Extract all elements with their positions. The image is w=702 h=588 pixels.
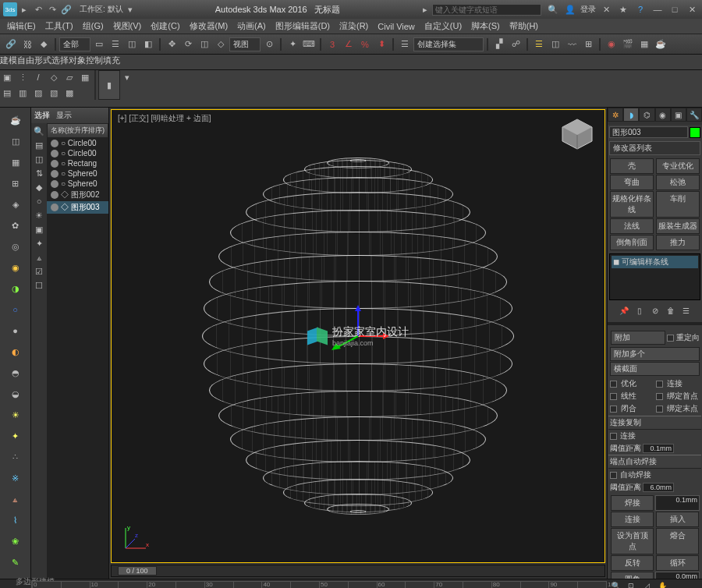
modify-tab-icon[interactable]: ◗ bbox=[623, 108, 639, 122]
tool-icon-9[interactable]: ○ bbox=[6, 300, 25, 319]
se-all-icon[interactable]: ☑ bbox=[33, 265, 45, 278]
layer-icon[interactable]: ☰ bbox=[531, 37, 547, 52]
unique-icon[interactable]: ⊘ bbox=[648, 303, 662, 317]
menu-edit[interactable]: 编辑(E) bbox=[5, 19, 38, 33]
teapot-icon[interactable]: ☕ bbox=[6, 111, 25, 129]
se-shape-icon[interactable]: ○ bbox=[33, 195, 45, 207]
select-link-icon[interactable]: 🔗 bbox=[3, 37, 19, 52]
scene-sort-header[interactable]: 名称(按升序排序) bbox=[47, 123, 108, 138]
favorite-icon[interactable]: ★ bbox=[616, 2, 630, 16]
se-none-icon[interactable]: ☐ bbox=[33, 279, 45, 292]
threshold2-spinner[interactable]: 6.0mm bbox=[643, 483, 674, 492]
named-sel-dropdown[interactable]: 创建选择集 bbox=[413, 37, 484, 51]
vp-zoomall-icon[interactable]: ⊡ bbox=[624, 579, 638, 589]
spot-icon[interactable]: ✦ bbox=[6, 427, 25, 445]
chevron-down-icon[interactable]: ▾ bbox=[123, 2, 137, 16]
menu-animation[interactable]: 动画(A) bbox=[235, 19, 268, 33]
infocenter-icon[interactable]: 🔍 bbox=[546, 2, 560, 16]
mod-shell[interactable]: 壳 bbox=[610, 158, 654, 174]
se-filter-icon[interactable]: ▤ bbox=[33, 139, 45, 151]
se-bone-icon[interactable]: ⟁ bbox=[33, 251, 45, 264]
poly-mode-icon[interactable]: ▣ bbox=[0, 70, 14, 84]
viewcube[interactable] bbox=[558, 116, 597, 151]
scene-item[interactable]: ◇ 图形002 bbox=[47, 189, 108, 201]
cross-section-button[interactable]: 横截面 bbox=[610, 362, 700, 376]
time-slider[interactable]: 0 / 100 bbox=[111, 565, 605, 577]
polygon-mode-icon[interactable]: ▱ bbox=[62, 70, 76, 84]
workspace-dropdown[interactable]: 工作区: 默认 bbox=[80, 4, 123, 15]
render-icon[interactable]: ☕ bbox=[653, 37, 668, 52]
angle-snap-icon[interactable]: ∠ bbox=[341, 37, 356, 52]
tool-icon-13[interactable]: ◒ bbox=[6, 384, 25, 403]
tool-icon-7[interactable]: ◉ bbox=[6, 258, 25, 277]
cycle-button[interactable]: 循环 bbox=[656, 555, 699, 571]
material-icon[interactable]: ◉ bbox=[604, 37, 619, 52]
tool-icon-12[interactable]: ◓ bbox=[6, 363, 25, 382]
menu-modifiers[interactable]: 修改器(M) bbox=[187, 19, 231, 33]
scene-item[interactable]: ○ Rectang bbox=[47, 158, 108, 168]
scene-item[interactable]: ◇ 图形003 bbox=[47, 201, 108, 214]
object-color-swatch[interactable] bbox=[690, 127, 700, 138]
ref-coord-dropdown[interactable]: 视图 bbox=[229, 37, 261, 51]
optimize-check[interactable] bbox=[610, 381, 617, 388]
move-icon[interactable]: ✥ bbox=[164, 37, 179, 52]
manipulate-icon[interactable]: ✦ bbox=[285, 37, 300, 52]
select-name-icon[interactable]: ☰ bbox=[108, 37, 123, 52]
mod-push[interactable]: 推力 bbox=[656, 235, 700, 250]
reorient-check[interactable] bbox=[667, 335, 674, 342]
modifier-list-dropdown[interactable]: 修改器列表 bbox=[609, 141, 700, 155]
se-cam-icon[interactable]: ▣ bbox=[33, 223, 45, 236]
gen-topo4-icon[interactable]: ▧ bbox=[47, 86, 61, 100]
connect2-check[interactable] bbox=[610, 433, 617, 440]
link-icon[interactable]: 🔗 bbox=[59, 2, 73, 16]
gen-topo3-icon[interactable]: ▨ bbox=[31, 86, 45, 100]
bindlast-check[interactable] bbox=[656, 406, 663, 413]
edge-mode-icon[interactable]: / bbox=[31, 70, 45, 84]
gen-topo2-icon[interactable]: ▥ bbox=[16, 86, 30, 100]
utility-tab-icon[interactable]: 🔧 bbox=[686, 108, 702, 122]
display-tab-icon[interactable]: ▣ bbox=[671, 108, 686, 122]
gen-topo5-icon[interactable]: ▩ bbox=[62, 86, 76, 100]
hierarchy-tab-icon[interactable]: ⌬ bbox=[639, 108, 654, 122]
user-icon[interactable]: 👤 bbox=[563, 2, 577, 16]
scene-item[interactable]: ○ Circle00 bbox=[47, 138, 108, 148]
mod-relax[interactable]: 松弛 bbox=[656, 175, 700, 190]
select-icon[interactable]: ▭ bbox=[91, 37, 107, 52]
element-mode-icon[interactable]: ▦ bbox=[78, 70, 92, 84]
create-tab-icon[interactable]: ✲ bbox=[608, 108, 623, 122]
se-geo-icon[interactable]: ◆ bbox=[33, 181, 45, 193]
snap-toggle-icon[interactable]: 3 bbox=[324, 37, 340, 52]
percent-snap-icon[interactable]: % bbox=[357, 37, 373, 52]
maximize-icon[interactable]: □ bbox=[668, 2, 682, 16]
timeline-ruler[interactable]: 0102030405060708090100 🔍 ⊡ ◿ ✋ bbox=[0, 579, 702, 588]
vp-fov-icon[interactable]: ◿ bbox=[640, 579, 654, 589]
configure-icon[interactable]: ☰ bbox=[679, 303, 693, 317]
ribbon-tab-selection[interactable]: 选择 bbox=[51, 55, 69, 69]
tool-icon-4[interactable]: ◈ bbox=[6, 195, 25, 214]
align-icon[interactable]: ☍ bbox=[508, 37, 523, 52]
mod-bend[interactable]: 弯曲 bbox=[610, 175, 654, 190]
tool-icon-3[interactable]: ⊞ bbox=[6, 174, 25, 193]
scene-tab-display[interactable]: 显示 bbox=[56, 110, 72, 121]
plant-icon[interactable]: ❀ bbox=[6, 532, 25, 551]
bone-icon[interactable]: ⟁ bbox=[6, 490, 25, 508]
modifier-stack-icon[interactable]: ▮ bbox=[98, 70, 120, 100]
scene-item[interactable]: ○ Sphere0 bbox=[47, 168, 108, 179]
tool-icon-2[interactable]: ▦ bbox=[6, 153, 25, 172]
selection-filter-dropdown[interactable]: 全部 bbox=[59, 37, 90, 51]
menu-group[interactable]: 组(G) bbox=[80, 19, 106, 33]
mod-garment[interactable]: 服装生成器 bbox=[656, 218, 700, 234]
pivot-icon[interactable]: ⊙ bbox=[261, 37, 277, 52]
vp-pan-icon[interactable]: ✋ bbox=[655, 579, 669, 589]
render-frame-icon[interactable]: ▦ bbox=[636, 37, 652, 52]
connect-button[interactable]: 连接 bbox=[611, 512, 654, 527]
spring-icon[interactable]: ⌇ bbox=[6, 511, 25, 530]
brush-icon[interactable]: ✎ bbox=[6, 553, 25, 572]
modifier-stack[interactable]: ◼ 可编辑样条线 bbox=[609, 253, 700, 300]
undo-icon[interactable]: ↶ bbox=[31, 2, 45, 16]
remove-mod-icon[interactable]: 🗑 bbox=[664, 303, 678, 317]
fuse-button[interactable]: 熔合 bbox=[656, 528, 699, 554]
attach-multi-button[interactable]: 附加多个 bbox=[610, 347, 700, 361]
gen-topo-icon[interactable]: ▤ bbox=[0, 86, 14, 100]
se-find-icon[interactable]: 🔍 bbox=[33, 125, 45, 137]
